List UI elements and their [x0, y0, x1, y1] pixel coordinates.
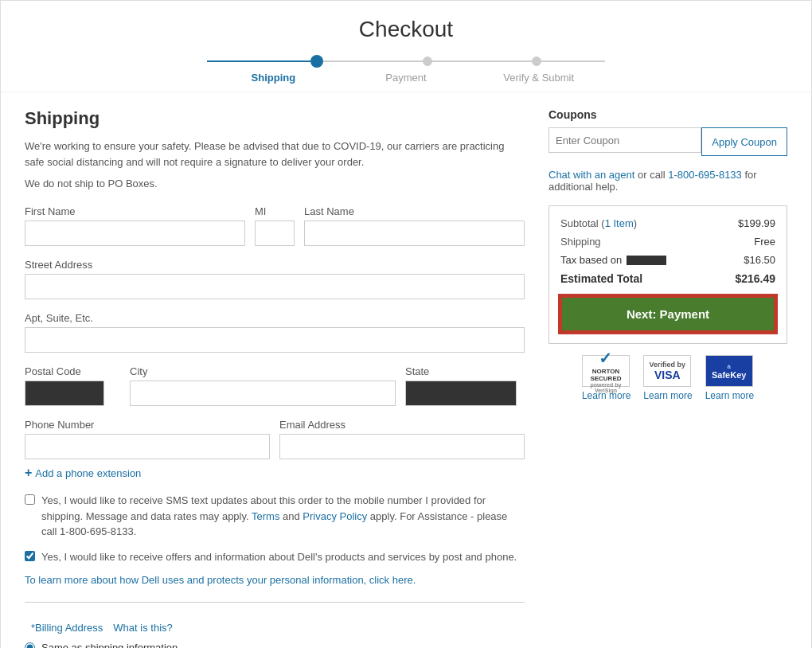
postal-code-input[interactable]	[25, 381, 104, 406]
coupon-input-row: Apply Coupon	[548, 127, 787, 156]
tax-redacted-area	[627, 256, 666, 265]
offers-checkbox[interactable]	[25, 551, 35, 561]
covid-notice: We're working to ensure your safety. Ple…	[25, 139, 525, 170]
tax-value: $16.50	[744, 254, 775, 266]
billing-address-section: *Billing Address What is this?	[25, 619, 525, 635]
step-label-payment: Payment	[340, 72, 473, 84]
shipping-label: Shipping	[560, 236, 601, 248]
estimated-total-value: $216.49	[735, 272, 775, 285]
billing-radio-group: Same as shipping information Use a diffe…	[25, 642, 525, 648]
visa-learn-more[interactable]: Learn more	[643, 390, 692, 401]
norton-icon: ✓ NORTONSECURED powered by VeriSign	[582, 355, 630, 387]
po-notice: We do not ship to PO Boxes.	[25, 178, 525, 189]
apt-label: Apt, Suite, Etc.	[25, 312, 525, 324]
page-header: Checkout Shipping Payment Verify & Submi…	[1, 1, 811, 92]
shipping-row: Shipping Free	[560, 236, 775, 248]
mi-label: MI	[255, 205, 295, 217]
city-label: City	[130, 365, 396, 377]
email-label: Email Address	[279, 419, 525, 431]
norton-badge: ✓ NORTONSECURED powered by VeriSign Lear…	[582, 355, 630, 401]
item-count-link[interactable]: 1 Item	[605, 217, 634, 229]
coupon-input[interactable]	[548, 127, 701, 153]
state-label: State	[405, 365, 525, 377]
city-input[interactable]	[130, 381, 396, 406]
tax-row: Tax based on $16.50	[560, 254, 775, 266]
offers-checkbox-row: Yes, I would like to receive offers and …	[25, 549, 525, 565]
subtotal-value: $199.99	[738, 217, 775, 229]
subtotal-label: Subtotal (1 Item)	[560, 217, 637, 229]
form-section: Shipping We're working to ensure your sa…	[25, 108, 525, 648]
section-divider	[25, 602, 525, 603]
visa-icon: Verified by VISA	[643, 355, 691, 387]
coupons-section: Coupons Apply Coupon	[548, 108, 787, 156]
step-label-verify: Verify & Submit	[472, 72, 605, 84]
phone-input[interactable]	[25, 434, 270, 459]
step-dot-shipping	[310, 55, 323, 68]
sms-checkbox-row: Yes, I would like to receive SMS text up…	[25, 493, 525, 540]
terms-link[interactable]: Terms	[252, 510, 279, 522]
phone-label: Phone Number	[25, 419, 270, 431]
shipping-title: Shipping	[25, 108, 525, 129]
order-summary: Subtotal (1 Item) $199.99 Shipping Free …	[548, 205, 787, 344]
security-badges: ✓ NORTONSECURED powered by VeriSign Lear…	[548, 355, 787, 401]
street-address-label: Street Address	[25, 259, 525, 271]
mi-input[interactable]	[255, 221, 295, 246]
estimated-total-label: Estimated Total	[560, 272, 642, 285]
here-link[interactable]: here.	[392, 574, 416, 586]
safekey-icon: à SafeKey	[705, 355, 753, 387]
street-address-input[interactable]	[25, 274, 525, 299]
privacy-policy-link[interactable]: Privacy Policy	[303, 510, 367, 522]
norton-learn-more[interactable]: Learn more	[582, 390, 630, 401]
state-select[interactable]	[405, 381, 517, 406]
info-text: To learn more about how Dell uses and pr…	[25, 574, 525, 586]
shipping-value: Free	[754, 236, 775, 248]
sms-checkbox-text: Yes, I would like to receive SMS text up…	[41, 493, 525, 540]
next-payment-button[interactable]: Next: Payment	[560, 296, 775, 332]
sms-checkbox[interactable]	[25, 494, 35, 505]
page-title: Checkout	[1, 17, 811, 42]
step-label-shipping: Shipping	[207, 72, 340, 84]
tax-label-text: Tax based on	[560, 254, 622, 266]
email-input[interactable]	[279, 434, 525, 459]
billing-radio-same-row: Same as shipping information	[25, 642, 525, 648]
total-row: Estimated Total $216.49	[560, 272, 775, 285]
step-line-4	[541, 61, 605, 62]
offers-checkbox-text: Yes, I would like to receive offers and …	[41, 549, 517, 565]
apply-coupon-button[interactable]: Apply Coupon	[701, 127, 787, 156]
safekey-badge: à SafeKey Learn more	[705, 355, 754, 401]
chat-text: Chat with an agent or call 1-800-695-813…	[548, 169, 787, 193]
add-phone-extension[interactable]: + Add a phone extension	[25, 466, 525, 480]
billing-same-label: Same as shipping information	[41, 642, 178, 648]
sidebar: Coupons Apply Coupon Chat with an agent …	[548, 108, 787, 648]
add-extension-label: Add a phone extension	[35, 467, 141, 479]
visa-badge: Verified by VISA Learn more	[643, 355, 692, 401]
billing-same-radio[interactable]	[25, 642, 35, 648]
first-name-label: First Name	[25, 205, 245, 217]
last-name-label: Last Name	[304, 205, 525, 217]
last-name-input[interactable]	[304, 221, 525, 246]
safekey-learn-more[interactable]: Learn more	[705, 390, 754, 401]
subtotal-row: Subtotal (1 Item) $199.99	[560, 217, 775, 229]
step-line-1	[207, 61, 310, 62]
step-dot-verify	[532, 57, 541, 66]
step-line-2	[323, 61, 423, 62]
apt-input[interactable]	[25, 327, 525, 353]
tax-label: Tax based on	[560, 254, 666, 266]
first-name-input[interactable]	[25, 221, 245, 246]
coupons-label: Coupons	[548, 108, 787, 121]
billing-title-text: *Billing Address	[31, 622, 103, 634]
plus-icon: +	[25, 466, 32, 480]
chat-agent-link[interactable]: Chat with an agent	[548, 169, 634, 181]
postal-code-label: Postal Code	[25, 365, 120, 377]
what-is-this-link[interactable]: What is this?	[113, 622, 172, 634]
step-dot-payment	[423, 57, 432, 66]
phone-link[interactable]: 1-800-695-8133	[668, 169, 742, 181]
step-line-3	[432, 61, 532, 62]
